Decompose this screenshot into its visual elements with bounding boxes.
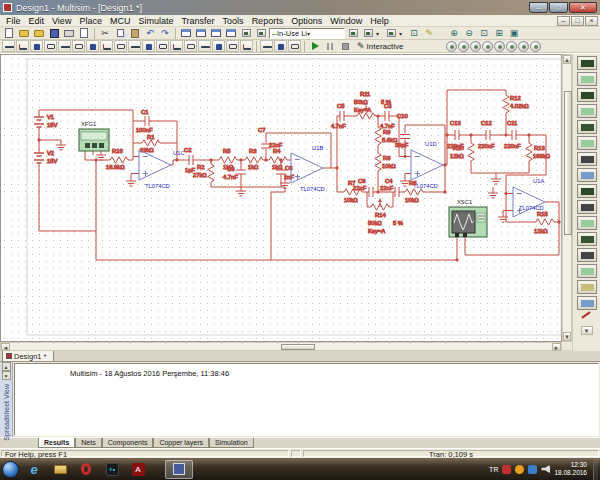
mdi-restore-button[interactable]: □ [571, 16, 584, 26]
toggle-design-toolbox-button[interactable] [179, 27, 193, 39]
ground-symbols[interactable] [56, 145, 508, 222]
tab-design1[interactable]: Design1 * [2, 350, 54, 361]
taskbar-media-app-icon[interactable]: +• [101, 460, 123, 478]
instrument-word-generator-icon[interactable] [577, 168, 597, 182]
menu-view[interactable]: View [48, 15, 75, 27]
menu-window[interactable]: Window [326, 15, 366, 27]
undo-button[interactable]: ↶ [143, 27, 157, 39]
component-r12[interactable]: R12 4.02kΩ [503, 95, 529, 113]
menu-transfer[interactable]: Transfer [177, 15, 218, 27]
menu-simulate[interactable]: Sim­ulate [134, 15, 177, 27]
instrument-network-analyzer-icon[interactable] [577, 264, 597, 278]
horizontal-scroll-thumb[interactable] [281, 344, 315, 350]
component-r15[interactable]: R15 12kΩ [534, 211, 554, 234]
place-mcu-button[interactable] [240, 40, 253, 52]
instrument-iv-analyzer-icon[interactable] [577, 216, 597, 230]
open-button[interactable] [17, 27, 31, 39]
vertical-scroll-thumb[interactable] [564, 91, 572, 235]
instrument-bode-plotter-icon[interactable] [577, 136, 597, 150]
place-wire-button[interactable] [260, 40, 273, 52]
mdi-minimize-button[interactable]: – [557, 16, 570, 26]
database-manager-button[interactable] [209, 27, 223, 39]
menu-options[interactable]: Options [287, 15, 326, 27]
horizontal-scrollbar[interactable]: ◄ ► [0, 342, 562, 351]
component-r1[interactable]: R1 33kΩ [140, 134, 160, 153]
print-preview-button[interactable] [77, 27, 91, 39]
component-r6[interactable]: R6 10kΩ [375, 153, 397, 171]
zoom-area-button[interactable]: ⊡ [477, 27, 491, 39]
fourier-analysis-button[interactable] [470, 41, 481, 52]
tray-volume-icon[interactable] [541, 465, 550, 474]
menu-place[interactable]: Place [75, 15, 106, 27]
schematic-canvas[interactable]: V1 15V V2 15V XFG1 R1 [0, 54, 562, 342]
component-r14-potentiometer[interactable]: R14 50kΩ 5 % Key=A [368, 198, 403, 234]
place-source-button[interactable] [2, 40, 15, 52]
place-misc-digital-button[interactable] [100, 40, 113, 52]
maximize-button[interactable]: □ [549, 2, 568, 13]
component-r3[interactable]: R3 1kΩ [245, 148, 263, 170]
chevron-down-icon[interactable]: ▾ [376, 30, 383, 37]
place-bus-button[interactable] [274, 40, 287, 52]
tray-update-icon[interactable] [515, 465, 524, 474]
interactive-simulation-button[interactable]: ✎ Interactive [353, 40, 407, 52]
print-button[interactable] [62, 27, 76, 39]
instrument-logic-converter-icon[interactable] [577, 184, 597, 198]
place-electromechanical-button[interactable] [198, 40, 211, 52]
measurement-probe-icon[interactable] [579, 312, 595, 324]
cut-button[interactable]: ✂ [98, 27, 112, 39]
place-ni-component-button[interactable] [212, 40, 225, 52]
component-v2[interactable]: V2 15V [34, 150, 57, 164]
postprocessor-button[interactable] [254, 27, 268, 39]
noise-analysis-button[interactable] [482, 41, 493, 52]
instrument-distortion-analyzer-icon[interactable] [577, 232, 597, 246]
place-misc-button[interactable] [156, 40, 169, 52]
toggle-spreadsheet-view-button[interactable] [194, 27, 208, 39]
place-analog-button[interactable] [58, 40, 71, 52]
new-button[interactable] [2, 27, 16, 39]
start-button[interactable] [2, 461, 19, 478]
instruments-more-arrow[interactable]: ▼ [581, 326, 593, 335]
spreadsheet-scroll-up[interactable]: ▲ [2, 362, 11, 371]
graph-button[interactable] [361, 27, 375, 39]
distortion-analysis-button[interactable] [494, 41, 505, 52]
close-button[interactable]: ✕ [569, 2, 597, 13]
instrument-wattmeter-icon[interactable] [577, 88, 597, 102]
place-cmos-button[interactable] [86, 40, 99, 52]
component-r13[interactable]: R13 169kΩ [526, 143, 551, 161]
taskbar-opera-icon[interactable] [75, 460, 97, 478]
instrument-oscilloscope-icon[interactable] [577, 104, 597, 118]
tab-simulation[interactable]: Simulation [209, 438, 254, 448]
component-wizard-button[interactable] [346, 27, 360, 39]
taskbar-clock[interactable]: 12:30 18.08.2016 [554, 461, 589, 477]
component-c4[interactable]: C4 22nF [380, 178, 399, 197]
menu-help[interactable]: Help [366, 15, 393, 27]
ac-analysis-button[interactable] [446, 41, 457, 52]
menu-file[interactable]: File [2, 15, 25, 27]
paste-button[interactable] [128, 27, 142, 39]
sensitivity-button[interactable] [518, 41, 529, 52]
fullscreen-button[interactable]: ▣ [507, 27, 521, 39]
instrument-function-generator-icon[interactable] [577, 72, 597, 86]
instrument-spectrum-analyzer-icon[interactable] [577, 248, 597, 262]
grapher-button[interactable] [239, 27, 253, 39]
place-power-button[interactable] [142, 40, 155, 52]
place-text-button[interactable] [288, 40, 301, 52]
taskbar-adobe-reader-icon[interactable]: A [127, 460, 149, 478]
help-button[interactable]: ✎ [422, 27, 436, 39]
parameter-sweep-button[interactable] [530, 41, 541, 52]
find-button[interactable]: ⊡ [407, 27, 421, 39]
place-diode-button[interactable] [30, 40, 43, 52]
in-use-list-select[interactable]: --In-Use List-- ▾ [269, 28, 345, 39]
results-log[interactable]: Multisim - 18 Ağustos 2016 Perşembe, 11:… [14, 363, 599, 436]
place-advanced-peripherals-button[interactable] [170, 40, 183, 52]
component-c10[interactable]: C10 39pF [395, 113, 410, 148]
place-transistor-button[interactable] [44, 40, 57, 52]
analysis-button[interactable] [384, 27, 398, 39]
zoom-fit-button[interactable]: ⊞ [492, 27, 506, 39]
transient-analysis-button[interactable] [458, 41, 469, 52]
component-c9[interactable]: C9 4.7nF [223, 166, 246, 180]
menu-reports[interactable]: Reports [248, 15, 288, 27]
mdi-close-button[interactable]: × [585, 16, 598, 26]
tab-copper-layers[interactable]: Copper layers [153, 438, 209, 448]
component-u1b[interactable]: U1B TL074CD [291, 145, 325, 192]
